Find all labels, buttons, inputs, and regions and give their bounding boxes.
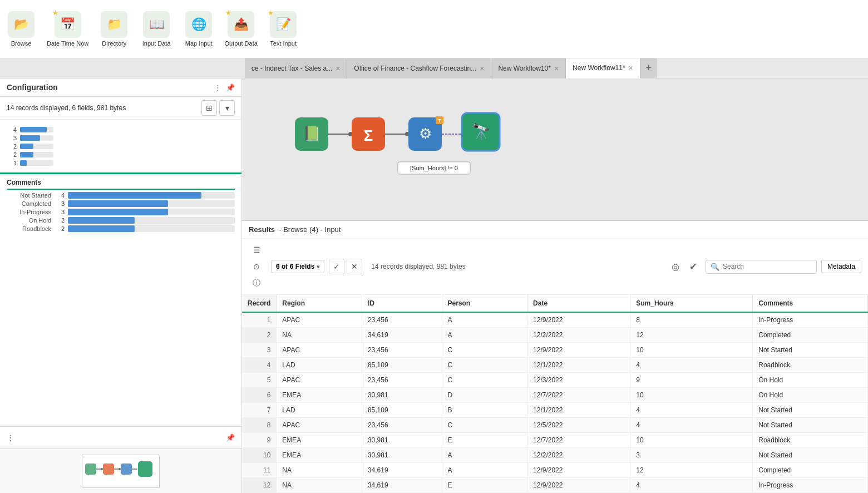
cell-date: 12/1/2022 <box>527 403 630 418</box>
comment-bar-row-5: Roadblock 2 <box>7 225 235 232</box>
cell-comments: Not Started <box>753 343 868 358</box>
cell-sum_hours: 12 <box>630 463 753 478</box>
cell-region: APAC <box>277 373 362 388</box>
results-toolbar: ☰ ⊙ ⓘ 6 of 6 Fields ▾ ✓ ✕ 14 records dis… <box>242 239 868 295</box>
left-bottom-pin[interactable]: 📌 <box>226 433 235 442</box>
comment-track-5 <box>68 225 235 232</box>
textinput-icon: 📝★ <box>270 11 297 38</box>
cell-sum_hours: 3 <box>630 448 753 463</box>
table-row: 5APAC23,456C12/3/20229On Hold <box>242 373 868 388</box>
cell-sum_hours: 12 <box>630 328 753 343</box>
checkmark-btn[interactable]: ✓ <box>329 259 344 274</box>
cell-date: 12/1/2022 <box>527 358 630 373</box>
table-view-icon[interactable]: ☰ <box>249 242 264 258</box>
outputdata-label: Output Data <box>225 40 258 47</box>
tab-indirect[interactable]: ce - Indirect Tax - Sales a... × <box>245 58 347 78</box>
toolbar-browse[interactable]: 📂 Browse <box>4 11 38 47</box>
config-title: Configuration <box>7 83 58 92</box>
browse-label: Browse <box>11 40 32 47</box>
col-header-person: Person <box>442 295 527 312</box>
cell-id: 23,456 <box>362 418 442 433</box>
table-header-row: Record Region ID Person Date Sum_Hours C… <box>242 295 868 312</box>
toolbar-textinput[interactable]: 📝★ Text Input <box>267 11 300 47</box>
datetime-label: Date Time Now <box>47 40 88 47</box>
profile-view-icon[interactable]: ⊙ <box>249 259 264 274</box>
cell-record: 1 <box>242 312 277 328</box>
mapinput-icon: 🌐 <box>185 11 212 38</box>
comment-track-2 <box>68 200 235 207</box>
comment-count-1: 4 <box>55 192 65 199</box>
results-header: Results - Browse (4) - Input <box>242 221 868 239</box>
comments-divider <box>7 189 235 190</box>
col-header-record: Record <box>242 295 277 312</box>
results-title: Results - Browse (4) - Input <box>249 225 341 234</box>
cancel-action-icon[interactable]: ◎ <box>668 259 683 274</box>
cell-person: A <box>442 448 527 463</box>
toolbar-mapinput[interactable]: 🌐 Map Input <box>182 11 215 47</box>
cell-comments: In-Progress <box>753 478 868 493</box>
config-menu-icon[interactable]: ⋮ <box>214 83 221 92</box>
tab-cashflow[interactable]: Office of Finance - Cashflow Forecastin.… <box>347 58 491 78</box>
toolbar-outputdata[interactable]: 📤★ Output Data <box>224 11 258 47</box>
minimap-svg <box>82 455 159 487</box>
confirm-action-icon[interactable]: ✔ <box>685 259 701 274</box>
svg-point-5 <box>119 468 121 470</box>
left-bottom-menu[interactable]: ⋮ <box>7 433 14 442</box>
tabs-bar: ce - Indirect Tax - Sales a... × Office … <box>0 58 868 78</box>
search-input[interactable] <box>723 263 801 270</box>
cell-sum_hours: 4 <box>630 478 753 493</box>
config-pin-icon[interactable]: 📌 <box>226 83 235 92</box>
metadata-button[interactable]: Metadata <box>821 260 861 273</box>
cell-record: 9 <box>242 433 277 448</box>
num-bar-fill-3 <box>20 144 33 149</box>
close-btn[interactable]: ✕ <box>347 259 362 274</box>
toolbar-inputdata[interactable]: 📖 Input Data <box>140 11 173 47</box>
fields-selector[interactable]: 6 of 6 Fields ▾ <box>271 260 324 273</box>
table-row: 8APAC23,456C12/5/20224Not Started <box>242 418 868 433</box>
comment-fill-3 <box>68 209 168 215</box>
toolbar-datetime[interactable]: 📅★ Date Time Now <box>47 11 88 47</box>
tab-workflow10-label: New Workflow10* <box>498 65 550 72</box>
tab-indirect-label: ce - Indirect Tax - Sales a... <box>251 65 332 72</box>
tab-workflow11-close[interactable]: × <box>629 63 633 72</box>
cell-date: 12/9/2022 <box>527 478 630 493</box>
cell-region: APAC <box>277 343 362 358</box>
config-actions: ⋮ 📌 <box>214 83 235 92</box>
expand-btn[interactable]: ⊞ <box>201 100 217 116</box>
cell-person: C <box>442 418 527 433</box>
left-panel: Configuration ⋮ 📌 14 records displayed, … <box>0 78 242 493</box>
action-btns: ◎ ✔ <box>668 259 701 274</box>
comment-fill-2 <box>68 200 168 207</box>
tab-workflow11-label: New Workflow11* <box>573 64 625 72</box>
dropdown-btn[interactable]: ▾ <box>219 100 235 116</box>
svg-rect-0 <box>85 464 96 475</box>
table-row: 11NA34,619A12/9/202212Completed <box>242 463 868 478</box>
tab-cashflow-close[interactable]: × <box>480 64 484 73</box>
star-icon: ★ <box>52 9 58 17</box>
cell-id: 34,619 <box>362 478 442 493</box>
comment-count-5: 2 <box>55 225 65 232</box>
comment-label-2: Completed <box>7 200 51 207</box>
star-icon-2: ★ <box>225 9 231 17</box>
tab-indirect-close[interactable]: × <box>336 64 340 73</box>
tab-workflow11[interactable]: New Workflow11* × <box>566 58 640 78</box>
cell-person: A <box>442 463 527 478</box>
results-area: Results - Browse (4) - Input ☰ ⊙ ⓘ 6 of … <box>242 220 868 493</box>
col-header-id: ID <box>362 295 442 312</box>
tab-add-button[interactable]: + <box>640 58 657 78</box>
chevron-down-icon: ▾ <box>317 264 319 270</box>
cell-id: 34,619 <box>362 463 442 478</box>
results-title-main: Results <box>249 225 275 234</box>
tab-workflow10[interactable]: New Workflow10* × <box>491 58 566 78</box>
right-panel: 📗 Σ ⚙ T 🔭 <box>242 78 868 493</box>
cell-record: 10 <box>242 448 277 463</box>
tab-workflow10-close[interactable]: × <box>554 64 559 73</box>
outputdata-icon: 📤★ <box>228 11 254 38</box>
cell-date: 12/7/2022 <box>527 388 630 403</box>
cell-person: C <box>442 343 527 358</box>
num-row-4: 2 <box>7 151 235 158</box>
info-view-icon[interactable]: ⓘ <box>249 275 264 291</box>
num-row-1: 4 <box>7 126 235 133</box>
toolbar-directory[interactable]: 📁 Directory <box>97 11 131 47</box>
col-header-sumhours: Sum_Hours <box>630 295 753 312</box>
